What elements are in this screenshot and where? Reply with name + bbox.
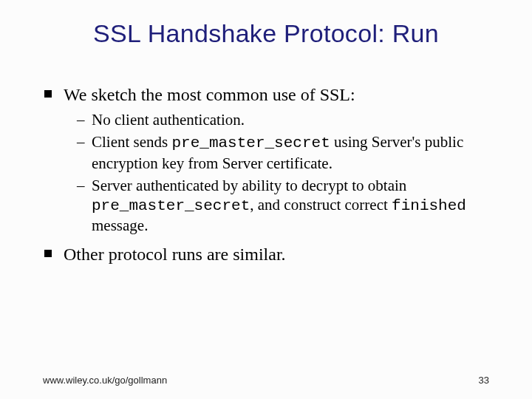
footer-url: www.wiley.co.uk/go/gollmann xyxy=(43,375,167,386)
text-frag: Server authenticated by ability to decry… xyxy=(92,177,406,194)
bullet-1-sub-3: Server authenticated by ability to decry… xyxy=(77,176,489,236)
slide-title: SSL Handshake Protocol: Run xyxy=(43,19,489,48)
bullet-1-sublist: No client authentication. Client sends p… xyxy=(64,110,489,236)
bullet-1-sub-2: Client sends pre_master_secret using Ser… xyxy=(77,132,489,173)
bullet-2-text: Other protocol runs are similar. xyxy=(64,245,286,264)
bullet-1-text: We sketch the most common use of SSL: xyxy=(64,85,355,104)
bullet-2: Other protocol runs are similar. xyxy=(43,243,489,265)
code-pre-master-secret: pre_master_secret xyxy=(92,197,250,214)
code-pre-master-secret: pre_master_secret xyxy=(172,134,330,151)
slide-body: We sketch the most common use of SSL: No… xyxy=(43,83,489,265)
bullet-list: We sketch the most common use of SSL: No… xyxy=(43,83,489,265)
text-frag: , and construct correct xyxy=(250,196,392,214)
bullet-1-sub-1: No client authentication. xyxy=(77,110,489,129)
code-finished: finished xyxy=(392,197,466,214)
bullet-1: We sketch the most common use of SSL: No… xyxy=(43,83,489,236)
slide: SSL Handshake Protocol: Run We sketch th… xyxy=(0,0,532,399)
text-frag: message. xyxy=(92,216,148,234)
footer-page-number: 33 xyxy=(479,375,489,386)
slide-footer: www.wiley.co.uk/go/gollmann 33 xyxy=(43,375,489,386)
text-frag: Client sends xyxy=(92,133,172,151)
